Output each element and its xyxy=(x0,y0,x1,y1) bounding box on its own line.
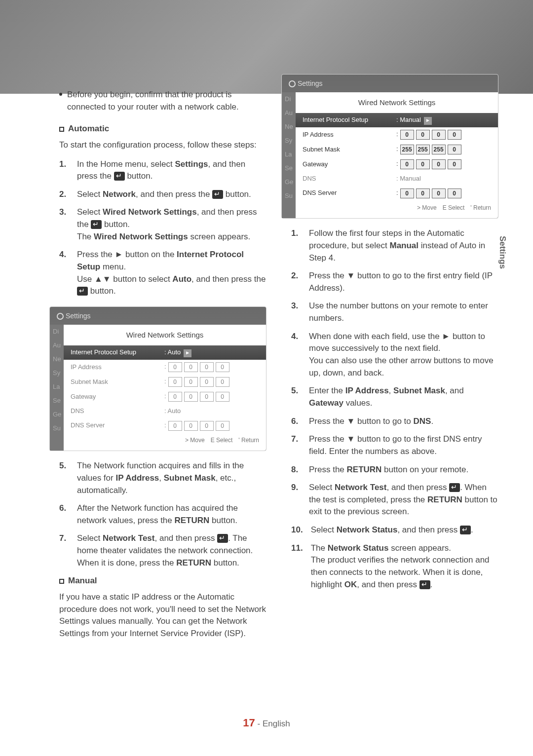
step-number: 3. xyxy=(59,206,69,243)
enter-icon xyxy=(460,526,471,534)
ss-row: DNS: Manual xyxy=(296,172,498,186)
automatic-heading: Automatic xyxy=(59,123,266,135)
step-number: 8. xyxy=(291,464,301,476)
ss-value: : Auto► xyxy=(164,348,259,357)
ss-side-item: Ge xyxy=(50,408,64,421)
ss-title: Wired Network Settings xyxy=(64,325,266,345)
ss-sidebar: DiAuNeSyLaSeGeSu xyxy=(282,92,296,218)
ss-row: Gateway: 0000 xyxy=(64,389,266,404)
octet-field: 0 xyxy=(400,130,414,140)
ss-main: Wired Network SettingsInternet Protocol … xyxy=(296,92,498,218)
step-number: 6. xyxy=(291,416,301,428)
step-number: 3. xyxy=(291,300,301,324)
step-item: 5.Enter the IP Address, Subnet Mask, and… xyxy=(291,385,498,409)
step-number: 4. xyxy=(291,331,301,379)
ss-footer-hint: > Move xyxy=(417,204,437,211)
bullet-icon xyxy=(59,93,62,96)
ss-side-item: Di xyxy=(50,325,64,339)
step-number: 2. xyxy=(291,270,301,294)
ss-side-item: Sy xyxy=(282,134,296,148)
ss-side-item: Ge xyxy=(282,175,296,189)
step-text: Press the ► button on the Internet Proto… xyxy=(77,249,266,298)
step-number: 10. xyxy=(291,524,303,536)
ss-label: IP Address xyxy=(303,130,396,140)
octet-field: 0 xyxy=(168,377,182,387)
ss-footer-hint: E Select xyxy=(211,437,233,444)
ss-row: DNS: Auto xyxy=(64,404,266,418)
gear-icon xyxy=(289,80,296,87)
ss-row: DNS Server: 0000 xyxy=(64,418,266,433)
ss-row: IP Address: 0000 xyxy=(64,360,266,375)
screenshot-manual: SettingsDiAuNeSyLaSeGeSuWired Network Se… xyxy=(281,74,498,219)
octet-field: 255 xyxy=(400,145,414,154)
octet-field: 0 xyxy=(200,377,214,387)
ss-row: IP Address: 0000 xyxy=(296,127,498,142)
ss-row: Subnet Mask: 2552552550 xyxy=(296,142,498,157)
step-text: When done with each field, use the ► but… xyxy=(309,331,498,379)
octet-field: 0 xyxy=(400,189,414,198)
step-text: Use the number buttons on your remote to… xyxy=(309,300,498,324)
ss-side-item: Ne xyxy=(282,120,296,134)
step-number: 7. xyxy=(59,532,69,569)
step-item: 6.Press the ▼ button to go to DNS. xyxy=(291,416,498,428)
step-number: 2. xyxy=(59,189,69,201)
ss-label: Gateway xyxy=(71,392,164,402)
manual-steps: 1.Follow the first four steps in the Aut… xyxy=(291,227,498,591)
step-text: Press the ▼ button to go to the first en… xyxy=(309,270,498,294)
octet-field: 0 xyxy=(448,159,461,169)
ss-footer-hint: ' Return xyxy=(238,437,259,444)
octet-field: 0 xyxy=(216,377,229,387)
step-number: 7. xyxy=(291,433,301,457)
step-number: 6. xyxy=(59,502,69,527)
ss-label: Internet Protocol Setup xyxy=(71,348,164,357)
ss-footer-hint: > Move xyxy=(185,437,205,444)
ss-main: Wired Network SettingsInternet Protocol … xyxy=(64,325,266,451)
ss-row: Internet Protocol Setup: Manual► xyxy=(296,113,498,127)
ss-side-item: Su xyxy=(282,189,296,203)
ss-side-item: Au xyxy=(50,339,64,352)
page-footer: 17 - English xyxy=(0,717,533,729)
step-text: Select Network, and then press the butto… xyxy=(77,189,266,201)
octet-field: 255 xyxy=(416,145,430,154)
automatic-steps-after: 5.The Network function acquires and fill… xyxy=(59,460,266,569)
step-item: 9.Select Network Test, and then press . … xyxy=(291,482,498,518)
page-language: English xyxy=(263,719,290,728)
octet-field: 0 xyxy=(200,392,214,402)
octet-field: 0 xyxy=(216,421,229,431)
manual-heading: Manual xyxy=(59,575,266,587)
step-text: After the Network function has acquired … xyxy=(77,502,266,527)
step-text: In the Home menu, select Settings, and t… xyxy=(77,158,266,183)
octet-field: 0 xyxy=(432,130,446,140)
ss-side-item: La xyxy=(282,148,296,161)
ss-label: Internet Protocol Setup xyxy=(303,115,396,125)
ss-label: Subnet Mask xyxy=(303,145,396,154)
step-text: Enter the IP Address, Subnet Mask, and G… xyxy=(309,385,498,409)
octet-field: 0 xyxy=(416,130,430,140)
octet-field: 0 xyxy=(216,362,229,372)
ss-header: Settings xyxy=(50,307,266,325)
page-lang-sep: - xyxy=(258,719,263,728)
ss-title: Wired Network Settings xyxy=(296,92,498,113)
step-number: 9. xyxy=(291,482,301,518)
step-item: 1.Follow the first four steps in the Aut… xyxy=(291,227,498,264)
octet-field: 0 xyxy=(200,362,214,372)
ss-footer-hint: ' Return xyxy=(470,204,491,211)
octet-field: 0 xyxy=(416,159,430,169)
step-text: Select Network Test, and then press . Th… xyxy=(77,532,266,569)
pre-note: Before you begin, confirm that the produ… xyxy=(59,89,266,113)
octet-field: 0 xyxy=(216,392,229,402)
octet-field: 0 xyxy=(184,362,198,372)
ss-side-item: Se xyxy=(50,394,64,408)
step-item: 7.Select Network Test, and then press . … xyxy=(59,532,266,569)
automatic-intro: To start the configuration process, foll… xyxy=(59,139,266,151)
ss-row: Subnet Mask: 0000 xyxy=(64,375,266,389)
step-item: 7.Press the ▼ button to go to the first … xyxy=(291,433,498,457)
octet-field: 0 xyxy=(432,189,446,198)
ss-value: : Auto xyxy=(164,407,259,416)
ss-label: DNS xyxy=(71,407,164,416)
ss-label: DNS Server xyxy=(71,421,164,430)
automatic-steps: 1.In the Home menu, select Settings, and… xyxy=(59,158,266,298)
octet-field: 0 xyxy=(448,130,461,140)
step-item: 2.Press the ▼ button to go to the first … xyxy=(291,270,498,294)
step-item: 2.Select Network, and then press the but… xyxy=(59,189,266,201)
